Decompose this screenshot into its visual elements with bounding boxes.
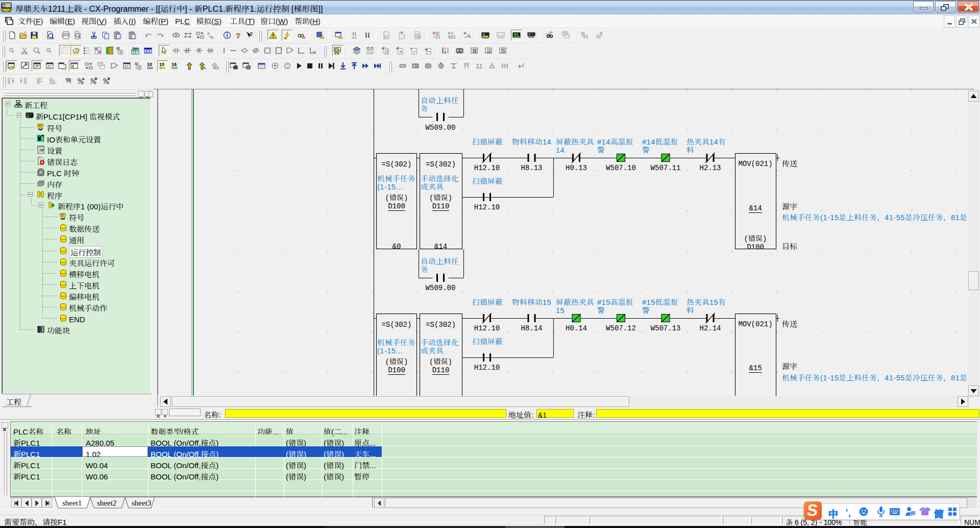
svg-text:SMA: SMA xyxy=(132,46,139,51)
svg-text:?: ? xyxy=(250,31,253,38)
svg-text:?: ? xyxy=(236,31,240,39)
svg-text:CI: CI xyxy=(145,48,150,55)
svg-text:19: 19 xyxy=(912,511,916,516)
svg-text:10: 10 xyxy=(159,62,164,67)
svg-text:sheet3: sheet3 xyxy=(132,499,151,507)
svg-text:Z: Z xyxy=(473,49,475,53)
svg-text:w: w xyxy=(75,47,78,52)
svg-text:A: A xyxy=(207,31,210,36)
svg-text:16: 16 xyxy=(172,62,177,67)
svg-text:sheet2: sheet2 xyxy=(97,499,116,507)
svg-text:10: 10 xyxy=(147,62,152,67)
svg-text:sheet1: sheet1 xyxy=(62,499,82,507)
svg-text:Z: Z xyxy=(386,50,388,54)
